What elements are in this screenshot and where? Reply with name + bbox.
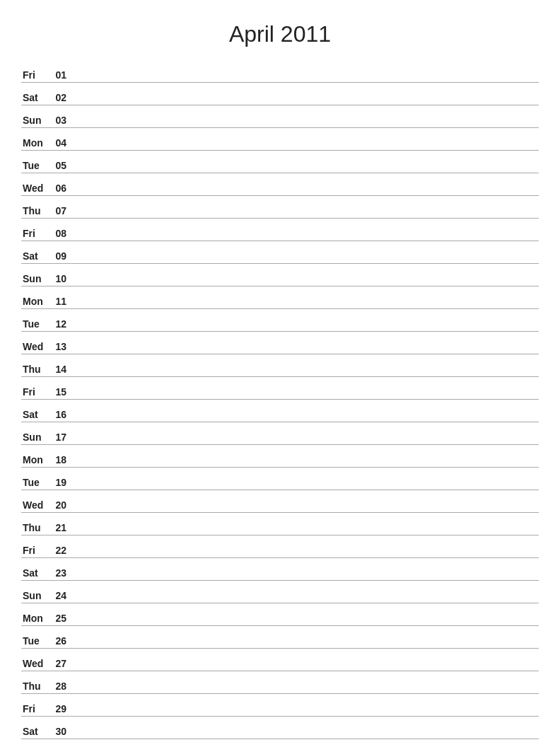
day-name: Wed [21, 341, 51, 352]
day-name: Thu [21, 681, 51, 692]
day-number: 23 [51, 567, 72, 579]
calendar-row: Sun17 [21, 422, 539, 445]
day-number: 27 [51, 658, 72, 669]
calendar-row: Sun10 [21, 264, 539, 286]
calendar-row: Wed20 [21, 490, 539, 513]
day-number: 28 [51, 681, 72, 692]
day-number: 17 [51, 432, 72, 443]
day-number: 25 [51, 613, 72, 624]
calendar-row: Wed27 [21, 649, 539, 671]
day-name: Sat [21, 726, 51, 737]
day-name: Sat [21, 409, 51, 420]
day-name: Fri [21, 386, 51, 398]
calendar-row: Thu07 [21, 196, 539, 219]
day-number: 29 [51, 703, 72, 714]
day-number: 21 [51, 522, 72, 533]
calendar-row: Thu28 [21, 671, 539, 694]
calendar-row: Sat30 [21, 717, 539, 739]
day-name: Thu [21, 522, 51, 533]
day-name: Mon [21, 454, 51, 465]
day-number: 05 [51, 160, 72, 171]
day-number: 03 [51, 115, 72, 126]
day-name: Tue [21, 635, 51, 647]
calendar-row: Fri22 [21, 535, 539, 558]
calendar-row: Sun03 [21, 105, 539, 128]
day-number: 22 [51, 545, 72, 556]
day-name: Sun [21, 115, 51, 126]
day-name: Mon [21, 296, 51, 307]
calendar-row: Sat09 [21, 241, 539, 264]
calendar-row: Tue19 [21, 468, 539, 490]
calendar-row: Mon25 [21, 603, 539, 626]
calendar-row: Tue12 [21, 309, 539, 332]
day-name: Fri [21, 545, 51, 556]
day-number: 08 [51, 228, 72, 239]
calendar-row: Sun24 [21, 581, 539, 603]
day-number: 12 [51, 318, 72, 330]
day-name: Sun [21, 273, 51, 284]
calendar-row: Wed13 [21, 332, 539, 354]
day-name: Sun [21, 432, 51, 443]
day-name: Fri [21, 228, 51, 239]
day-name: Wed [21, 658, 51, 669]
day-name: Wed [21, 183, 51, 194]
day-name: Mon [21, 613, 51, 624]
day-name: Sat [21, 92, 51, 103]
day-name: Tue [21, 318, 51, 330]
day-number: 02 [51, 92, 72, 103]
calendar-row: Mon11 [21, 286, 539, 309]
day-number: 26 [51, 635, 72, 647]
day-number: 06 [51, 183, 72, 194]
day-number: 19 [51, 477, 72, 488]
calendar-row: Sat23 [21, 558, 539, 581]
day-name: Thu [21, 364, 51, 375]
calendar-row: Sat02 [21, 83, 539, 105]
page-title: April 2011 [21, 14, 539, 47]
day-number: 20 [51, 499, 72, 511]
calendar-row: Sat16 [21, 400, 539, 422]
calendar-row: Thu14 [21, 354, 539, 377]
day-name: Fri [21, 69, 51, 81]
calendar-row: Thu21 [21, 513, 539, 535]
calendar-row: Wed06 [21, 173, 539, 196]
day-number: 07 [51, 205, 72, 216]
day-number: 10 [51, 273, 72, 284]
day-number: 04 [51, 137, 72, 149]
calendar-row: Fri08 [21, 219, 539, 241]
day-number: 18 [51, 454, 72, 465]
day-name: Wed [21, 499, 51, 511]
calendar-row: Fri15 [21, 377, 539, 400]
calendar-row: Mon18 [21, 445, 539, 468]
day-name: Tue [21, 477, 51, 488]
day-name: Sun [21, 590, 51, 601]
calendar-row: Tue05 [21, 151, 539, 173]
page-container: April 2011 Fri01Sat02Sun03Mon04Tue05Wed0… [0, 0, 560, 747]
day-number: 09 [51, 250, 72, 262]
calendar-grid: Fri01Sat02Sun03Mon04Tue05Wed06Thu07Fri08… [21, 60, 539, 739]
day-number: 11 [51, 296, 72, 307]
day-number: 13 [51, 341, 72, 352]
day-name: Tue [21, 160, 51, 171]
day-number: 24 [51, 590, 72, 601]
day-name: Fri [21, 703, 51, 714]
day-name: Sat [21, 567, 51, 579]
calendar-row: Mon04 [21, 128, 539, 151]
day-number: 15 [51, 386, 72, 398]
day-number: 01 [51, 69, 72, 81]
calendar-row: Tue26 [21, 626, 539, 649]
day-name: Mon [21, 137, 51, 149]
day-name: Thu [21, 205, 51, 216]
day-number: 30 [51, 726, 72, 737]
day-number: 14 [51, 364, 72, 375]
day-number: 16 [51, 409, 72, 420]
calendar-row: Fri01 [21, 60, 539, 83]
day-name: Sat [21, 250, 51, 262]
calendar-row: Fri29 [21, 694, 539, 717]
